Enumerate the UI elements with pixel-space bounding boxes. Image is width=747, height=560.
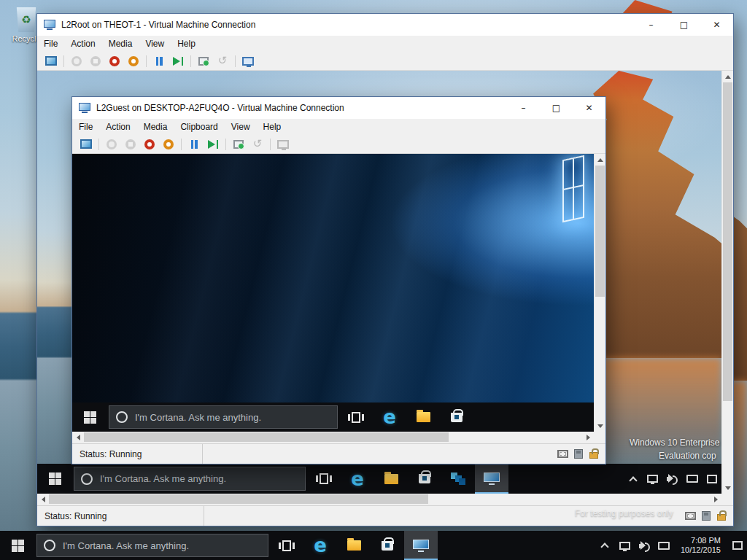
checkpoint-button[interactable] bbox=[232, 137, 245, 152]
outer-menu-action[interactable]: Action bbox=[64, 36, 101, 52]
scroll-left-button[interactable] bbox=[72, 432, 84, 443]
host-tray-chevron[interactable] bbox=[595, 531, 615, 560]
host-keyboard-button[interactable] bbox=[654, 531, 674, 560]
host-volume-button[interactable] bbox=[635, 531, 654, 560]
host-file-explorer-button[interactable] bbox=[337, 531, 371, 560]
l2root-task-view-button[interactable] bbox=[307, 464, 341, 494]
save-button[interactable] bbox=[108, 54, 121, 69]
scroll-down-icon bbox=[597, 424, 603, 428]
l2root-action-center-button[interactable] bbox=[702, 464, 721, 494]
l2guest-start-button[interactable] bbox=[72, 402, 107, 432]
toolbar-separator bbox=[235, 55, 236, 67]
scroll-up-button[interactable] bbox=[595, 154, 606, 166]
outer-titlebar[interactable]: L2Root on THEOT-1 - Virtual Machine Conn… bbox=[37, 14, 733, 36]
l2root-start-button[interactable] bbox=[37, 464, 72, 494]
inner-vertical-scrollbar[interactable] bbox=[594, 154, 605, 432]
save-button[interactable] bbox=[143, 137, 156, 152]
inner-menu-clipboard[interactable]: Clipboard bbox=[174, 119, 224, 135]
scroll-left-button[interactable] bbox=[37, 494, 49, 505]
host-search-box[interactable]: I'm Cortana. Ask me anything. bbox=[36, 534, 268, 557]
outer-vscroll-thumb[interactable] bbox=[723, 82, 732, 401]
outer-horizontal-scrollbar[interactable] bbox=[37, 494, 733, 505]
taskbar-spacer bbox=[508, 464, 623, 494]
enhanced-session-button[interactable] bbox=[241, 54, 255, 69]
turn-off-button[interactable] bbox=[70, 54, 83, 69]
keyboard-icon bbox=[658, 542, 670, 550]
l2root-vmconnect-button[interactable] bbox=[475, 464, 508, 494]
l2root-store-button[interactable] bbox=[408, 464, 441, 494]
scroll-up-button[interactable] bbox=[722, 71, 734, 82]
inner-maximize-button[interactable]: □ bbox=[540, 97, 573, 119]
turn-off-button[interactable] bbox=[105, 137, 118, 152]
outer-menu-media[interactable]: Media bbox=[102, 36, 139, 52]
reset-button[interactable] bbox=[127, 54, 140, 69]
inner-hscroll-thumb[interactable] bbox=[84, 432, 449, 442]
l2guest-edge-button[interactable]: e bbox=[373, 402, 406, 432]
l2root-keyboard-button[interactable] bbox=[682, 464, 702, 494]
l2guest-search-box[interactable]: I'm Cortana. Ask me anything. bbox=[109, 405, 338, 429]
outer-menu-file[interactable]: File bbox=[37, 36, 64, 52]
scroll-down-button[interactable] bbox=[595, 420, 606, 432]
inner-horizontal-scrollbar[interactable] bbox=[72, 432, 605, 443]
inner-minimize-button[interactable]: – bbox=[507, 97, 540, 119]
l2root-tray-chevron[interactable] bbox=[623, 464, 643, 494]
revert-button[interactable]: ↺ bbox=[216, 54, 229, 69]
inner-titlebar[interactable]: L2Guest on DESKTOP-A2FUQ4O - Virtual Mac… bbox=[72, 97, 605, 119]
scroll-down-button[interactable] bbox=[722, 482, 734, 494]
host-start-button[interactable] bbox=[0, 531, 35, 560]
start-button[interactable] bbox=[171, 54, 185, 69]
inner-close-button[interactable]: ✕ bbox=[573, 97, 605, 119]
host-vmconnect-button[interactable] bbox=[404, 531, 438, 560]
pause-button[interactable] bbox=[152, 54, 166, 69]
checkpoint-button[interactable] bbox=[197, 54, 210, 69]
scroll-right-button[interactable] bbox=[582, 432, 594, 443]
toolbar-separator bbox=[181, 139, 182, 150]
revert-button[interactable]: ↺ bbox=[251, 137, 264, 152]
inner-menu-action[interactable]: Action bbox=[99, 119, 136, 135]
edge-icon: e bbox=[351, 472, 364, 486]
inner-menu-view[interactable]: View bbox=[225, 119, 257, 135]
l2guest-task-view-button[interactable] bbox=[339, 402, 373, 432]
outer-hscroll-thumb[interactable] bbox=[49, 494, 428, 504]
l2guest-file-explorer-button[interactable] bbox=[406, 402, 440, 432]
hyperv-manager-icon bbox=[451, 472, 465, 485]
outer-menu-help[interactable]: Help bbox=[171, 36, 202, 52]
edge-icon: e bbox=[383, 410, 396, 424]
l2root-search-box[interactable]: I'm Cortana. Ask me anything. bbox=[74, 467, 306, 491]
host-store-button[interactable] bbox=[371, 531, 404, 560]
outer-menu-view[interactable]: View bbox=[139, 36, 171, 52]
reset-button[interactable] bbox=[162, 137, 175, 152]
outer-minimize-button[interactable]: – bbox=[635, 14, 667, 36]
inner-vscroll-thumb[interactable] bbox=[595, 166, 605, 297]
fit-screen-icon bbox=[685, 512, 696, 520]
l2root-file-explorer-button[interactable] bbox=[374, 464, 408, 494]
l2root-hyperv-manager-button[interactable] bbox=[441, 464, 475, 494]
outer-vm-display[interactable]: Windows 10 Enterprise In Evaluation cop … bbox=[37, 71, 721, 494]
inner-menu-file[interactable]: File bbox=[72, 119, 99, 135]
l2root-edge-button[interactable]: e bbox=[341, 464, 374, 494]
l2guest-store-button[interactable] bbox=[440, 402, 473, 432]
scroll-right-button[interactable] bbox=[710, 494, 721, 505]
outer-close-button[interactable]: ✕ bbox=[700, 14, 733, 36]
inner-menu-help[interactable]: Help bbox=[257, 119, 288, 135]
shut-down-button[interactable] bbox=[124, 137, 137, 152]
l2root-network-button[interactable] bbox=[643, 464, 662, 494]
outer-vertical-scrollbar[interactable] bbox=[721, 71, 733, 494]
host-action-center-button[interactable] bbox=[727, 531, 747, 560]
ctrl-alt-del-icon bbox=[45, 56, 57, 66]
ctrl-alt-del-button[interactable] bbox=[80, 137, 93, 152]
host-clock[interactable]: 7:08 PM 10/12/2015 bbox=[674, 531, 727, 560]
pause-button[interactable] bbox=[187, 137, 201, 152]
l2root-volume-button[interactable] bbox=[662, 464, 682, 494]
host-task-view-button[interactable] bbox=[270, 531, 303, 560]
revert-icon: ↺ bbox=[218, 55, 228, 66]
host-edge-button[interactable]: e bbox=[303, 531, 337, 560]
inner-vm-display[interactable]: I'm Cortana. Ask me anything. e bbox=[72, 154, 594, 432]
start-button[interactable] bbox=[206, 137, 220, 152]
outer-maximize-button[interactable]: □ bbox=[667, 14, 700, 36]
host-network-button[interactable] bbox=[615, 531, 635, 560]
shut-down-button[interactable] bbox=[89, 54, 102, 69]
inner-menu-media[interactable]: Media bbox=[137, 119, 174, 135]
enhanced-session-button[interactable] bbox=[276, 137, 290, 152]
ctrl-alt-del-button[interactable] bbox=[44, 54, 58, 69]
